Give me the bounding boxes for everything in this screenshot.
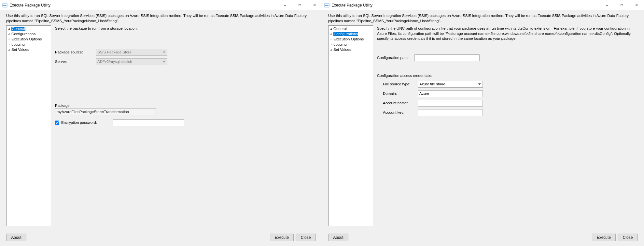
file-source-type-label: File source type: [383,82,418,86]
minimize-button[interactable]: – [600,0,614,10]
svg-rect-5 [325,5,329,6]
configuration-path-input[interactable] [414,54,480,61]
svg-rect-2 [3,5,7,6]
account-key-input[interactable] [418,109,483,116]
svg-rect-1 [3,3,7,4]
nav-item-execution-options[interactable]: Execution Options [7,37,51,42]
general-instruction: Select the package to run from a storage… [55,26,316,31]
domain-input[interactable] [418,90,483,97]
encryption-password-checkbox[interactable] [55,121,59,125]
utility-description: Use this utility to run SQL Server Integ… [322,10,644,25]
maximize-button[interactable]: □ [292,0,307,10]
execute-button[interactable]: Execute [270,234,294,241]
account-key-label: Account key: [383,110,418,114]
nav-item-set-values[interactable]: Set Values [7,47,51,52]
about-button[interactable]: About [6,234,26,241]
svg-rect-4 [325,3,329,4]
package-label: Package: [55,104,316,108]
credentials-heading: Configuration access credentials: [377,74,638,78]
encryption-password-label: Encryption password: [61,121,97,124]
app-icon [2,3,7,8]
account-name-input[interactable] [418,100,483,107]
close-button[interactable]: Close [296,234,316,241]
nav-item-set-values[interactable]: Set Values [329,47,373,52]
general-pane: Select the package to run from a storage… [55,25,316,226]
about-button[interactable]: About [328,234,348,241]
nav-item-configurations[interactable]: Configurations [329,32,373,37]
nav-item-execution-options[interactable]: Execution Options [329,37,373,42]
titlebar: Execute Package Utility – □ ✕ [0,0,322,10]
package-source-label: Package source: [55,50,96,54]
execute-button[interactable]: Execute [592,234,616,241]
package-input[interactable] [55,109,156,115]
package-source-combo[interactable]: SSIS Package Store [96,49,167,56]
nav-item-logging[interactable]: Logging [329,42,373,47]
window-title: Execute Package Utility [331,3,600,7]
footer: About Execute Close [322,229,644,246]
minimize-button[interactable]: – [278,0,292,10]
app-icon [324,3,329,8]
nav-tree[interactable]: General Configurations Execution Options… [6,25,51,226]
encryption-password-input[interactable] [113,119,184,126]
window-general: Execute Package Utility – □ ✕ Use this u… [0,0,322,246]
window-title: Execute Package Utility [9,3,278,7]
nav-item-general[interactable]: General [329,26,373,32]
account-name-label: Account name: [383,101,418,105]
server-label: Server: [55,60,96,64]
window-controls: – □ ✕ [600,0,644,10]
config-instruction: Specify the UNC path of configuration fi… [377,26,638,41]
nav-item-logging[interactable]: Logging [7,42,51,47]
domain-label: Domain: [383,92,418,95]
utility-description: Use this utility to run SQL Server Integ… [0,10,322,25]
nav-tree[interactable]: General Configurations Execution Options… [328,25,373,226]
nav-item-configurations[interactable]: Configurations [7,32,51,37]
server-combo[interactable]: ADFv2/mysqlmissisir [96,58,167,65]
close-button[interactable]: Close [618,234,638,241]
close-window-button[interactable]: ✕ [307,0,322,10]
window-controls: – □ ✕ [278,0,322,10]
close-window-button[interactable]: ✕ [629,0,644,10]
configuration-path-label: Configuration path: [377,56,414,60]
file-source-type-combo[interactable]: Azure file share [418,81,483,88]
configurations-pane: Specify the UNC path of configuration fi… [377,25,638,226]
window-configurations: Execute Package Utility – □ ✕ Use this u… [322,0,644,246]
nav-item-general[interactable]: General [7,26,51,32]
footer: About Execute Close [0,229,322,246]
titlebar: Execute Package Utility – □ ✕ [322,0,644,10]
maximize-button[interactable]: □ [614,0,629,10]
